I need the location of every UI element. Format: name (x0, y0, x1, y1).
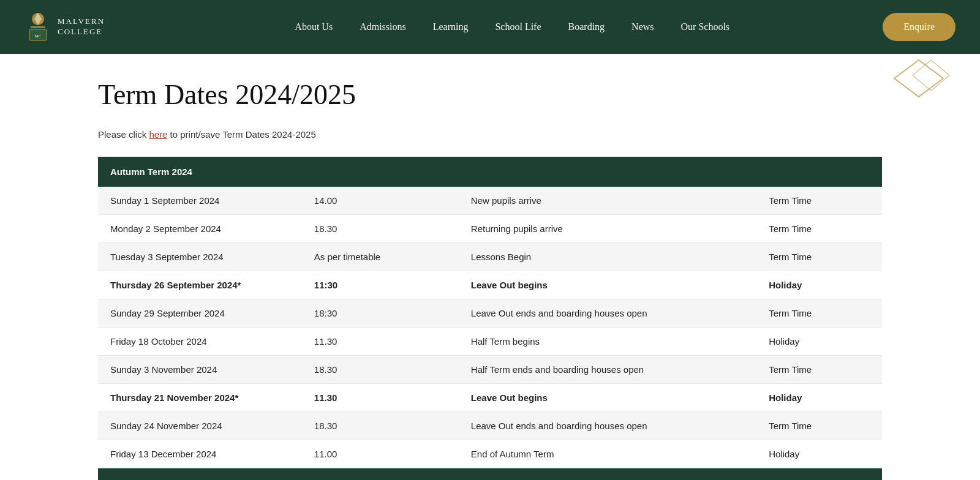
row-type: Holiday (756, 328, 882, 356)
row-event: Leave Out begins (459, 384, 756, 412)
row-time: 11.30 (302, 328, 459, 356)
row-time: 11.00 (302, 440, 459, 468)
row-event: Half Term ends and boarding houses open (459, 356, 756, 384)
svg-rect-2 (31, 26, 45, 28)
row-date: Sunday 24 November 2024 (98, 412, 302, 440)
autumn-term-header-row: Autumn Term 2024 (98, 157, 882, 187)
autumn-term-header: Autumn Term 2024 (98, 157, 882, 187)
spring-term-header: Spring Term 2025 (98, 468, 882, 481)
row-time: As per timetable (302, 243, 459, 271)
main-nav: MC MALVERN COLLEGE About Us Admissions L… (0, 0, 980, 54)
row-date: Friday 18 October 2024 (98, 328, 302, 356)
row-time: 11.30 (302, 384, 459, 412)
row-type: Term Time (756, 299, 882, 328)
main-content: Term Dates 2024/2025 Please click here t… (49, 54, 931, 480)
row-event: End of Autumn Term (459, 440, 756, 468)
row-date: Tuesday 3 September 2024 (98, 243, 302, 271)
table-row: Tuesday 3 September 2024 As per timetabl… (98, 243, 882, 271)
row-type: Holiday (756, 384, 882, 412)
print-note-prefix: Please click (98, 129, 149, 140)
row-time: 18.30 (302, 412, 459, 440)
table-row: Sunday 29 September 2024 18:30 Leave Out… (98, 299, 882, 328)
table-row: Friday 18 October 2024 11.30 Half Term b… (98, 328, 882, 356)
row-date: Thursday 21 November 2024* (98, 384, 302, 412)
table-row: Sunday 3 November 2024 18.30 Half Term e… (98, 356, 882, 384)
nav-links: About Us Admissions Learning School Life… (141, 0, 883, 54)
row-type: Holiday (756, 440, 882, 468)
print-note-suffix: to print/save Term Dates 2024-2025 (167, 129, 315, 140)
nav-our-schools[interactable]: Our Schools (668, 0, 744, 54)
row-date: Sunday 29 September 2024 (98, 299, 302, 328)
row-type: Holiday (756, 271, 882, 299)
nav-boarding[interactable]: Boarding (555, 0, 619, 54)
row-event: Leave Out ends and boarding houses open (459, 299, 756, 328)
row-event: Lessons Begin (459, 243, 756, 271)
logo-link[interactable]: MC MALVERN COLLEGE (24, 10, 105, 43)
logo-text-line2: COLLEGE (58, 27, 105, 37)
row-time: 18:30 (302, 299, 459, 328)
row-date: Sunday 1 September 2024 (98, 187, 302, 215)
row-time: 11:30 (302, 271, 459, 299)
row-event: New pupils arrive (459, 187, 756, 215)
nav-about-us[interactable]: About Us (281, 0, 346, 54)
row-type: Term Time (756, 187, 882, 215)
row-event: Returning pupils arrive (459, 215, 756, 243)
page-title: Term Dates 2024/2025 (98, 78, 882, 111)
row-date: Sunday 3 November 2024 (98, 356, 302, 384)
nav-news[interactable]: News (618, 0, 667, 54)
row-date: Monday 2 September 2024 (98, 215, 302, 243)
table-row: Thursday 21 November 2024* 11.30 Leave O… (98, 384, 882, 412)
nav-admissions[interactable]: Admissions (346, 0, 420, 54)
table-row: Thursday 26 September 2024* 11:30 Leave … (98, 271, 882, 299)
row-date: Friday 13 December 2024 (98, 440, 302, 468)
row-time: 18.30 (302, 356, 459, 384)
enquire-button[interactable]: Enquire (883, 13, 956, 41)
row-type: Term Time (756, 243, 882, 271)
row-date: Thursday 26 September 2024* (98, 271, 302, 299)
table-row: Monday 2 September 2024 18.30 Returning … (98, 215, 882, 243)
svg-text:MC: MC (35, 34, 42, 39)
table-row: Friday 13 December 2024 11.00 End of Aut… (98, 440, 882, 468)
nav-learning[interactable]: Learning (420, 0, 482, 54)
logo-text-line1: MALVERN (58, 17, 105, 27)
row-type: Term Time (756, 215, 882, 243)
print-here-link[interactable]: here (149, 129, 167, 140)
row-type: Term Time (756, 356, 882, 384)
nav-school-life[interactable]: School Life (481, 0, 554, 54)
row-event: Half Term begins (459, 328, 756, 356)
table-row: Sunday 1 September 2024 14.00 New pupils… (98, 187, 882, 215)
row-time: 18.30 (302, 215, 459, 243)
print-note: Please click here to print/save Term Dat… (98, 129, 882, 140)
row-time: 14.00 (302, 187, 459, 215)
term-dates-table: Autumn Term 2024 Sunday 1 September 2024… (98, 157, 882, 480)
spring-term-header-row: Spring Term 2025 (98, 468, 882, 481)
row-type: Term Time (756, 412, 882, 440)
row-event: Leave Out begins (459, 271, 756, 299)
row-event: Leave Out ends and boarding houses open (459, 412, 756, 440)
table-row: Sunday 24 November 2024 18.30 Leave Out … (98, 412, 882, 440)
